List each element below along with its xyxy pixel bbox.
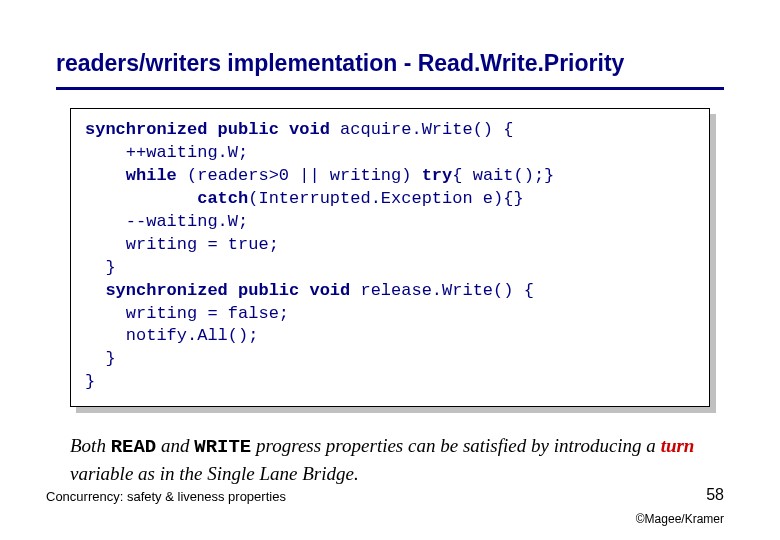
- title-divider: [56, 87, 724, 90]
- caption-t4: variable as in the Single Lane Bridge.: [70, 463, 359, 484]
- code-line-8: release.Write() {: [350, 281, 534, 300]
- code-block: synchronized public void acquire.Write()…: [85, 119, 695, 394]
- caption-t3: progress properties can be satisfied by …: [251, 435, 660, 456]
- code-line-6: writing = true;: [85, 235, 279, 254]
- code-line-4-kw: catch: [85, 189, 248, 208]
- code-box: synchronized public void acquire.Write()…: [70, 108, 710, 407]
- caption-write: WRITE: [194, 436, 251, 458]
- caption: Both READ and WRITE progress properties …: [70, 433, 710, 486]
- caption-read: READ: [111, 436, 157, 458]
- slide-title: readers/writers implementation - Read.Wr…: [56, 50, 724, 77]
- code-line-12: }: [85, 372, 95, 391]
- code-line-3a: (readers>0 || writing): [177, 166, 422, 185]
- footer-title: Concurrency: safety & liveness propertie…: [46, 489, 286, 504]
- code-line-3-kw1: while: [85, 166, 177, 185]
- page-number: 58: [706, 486, 724, 504]
- code-container: synchronized public void acquire.Write()…: [70, 108, 710, 407]
- code-line-7: }: [85, 258, 116, 277]
- code-line-2: ++waiting.W;: [85, 143, 248, 162]
- code-line-3-kw2: try: [422, 166, 453, 185]
- code-line-9: writing = false;: [85, 304, 289, 323]
- code-line-1: acquire.Write() {: [330, 120, 514, 139]
- code-line-8-kw: synchronized public void: [85, 281, 350, 300]
- caption-turn: turn: [661, 435, 695, 456]
- slide: readers/writers implementation - Read.Wr…: [0, 0, 780, 540]
- caption-t1: Both: [70, 435, 111, 456]
- copyright: ©Magee/Kramer: [636, 512, 724, 526]
- caption-t2: and: [156, 435, 194, 456]
- code-line-5: --waiting.W;: [85, 212, 248, 231]
- code-line-10: notify.All();: [85, 326, 258, 345]
- code-line-1-kw: synchronized public void: [85, 120, 330, 139]
- code-line-3b: { wait();}: [452, 166, 554, 185]
- code-line-11: }: [85, 349, 116, 368]
- code-line-4: (Interrupted.Exception e){}: [248, 189, 523, 208]
